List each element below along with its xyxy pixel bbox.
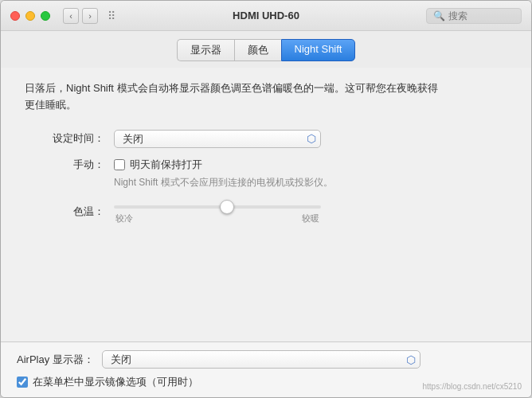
tab-color[interactable]: 颜色 xyxy=(234,39,281,61)
temp-label: 色温： xyxy=(41,205,104,219)
cool-label: 较冷 xyxy=(115,213,133,224)
manual-label: 手动： xyxy=(41,158,104,172)
temperature-row: 色温： 较冷 较暖 xyxy=(41,199,507,224)
window-title: HDMI UHD-60 xyxy=(233,10,299,21)
warm-label: 较暖 xyxy=(302,213,319,224)
manual-checkbox-label: 明天前保持打开 xyxy=(130,158,202,172)
airplay-row: AirPlay 显示器： 关闭 开启 ⬡ xyxy=(17,350,515,369)
slider-labels: 较冷 较暖 xyxy=(114,213,321,224)
minimize-button[interactable] xyxy=(25,11,35,21)
traffic-lights xyxy=(10,11,50,21)
slider-wrapper xyxy=(114,199,321,211)
schedule-label: 设定时间： xyxy=(41,131,104,146)
back-button[interactable]: ‹ xyxy=(63,8,79,24)
schedule-select[interactable]: 关闭 日落到日出 自定义 xyxy=(114,130,321,148)
forward-button[interactable]: › xyxy=(82,8,98,24)
maximize-button[interactable] xyxy=(41,11,50,21)
manual-row: 手动： 明天前保持打开 Night Shift 模式不会应用到连接的电视机或投影… xyxy=(41,158,507,189)
tabbar: 显示器 颜色 Night Shift xyxy=(1,31,531,68)
bottom-section: AirPlay 显示器： 关闭 开启 ⬡ 在菜单栏中显示镜像选项（可用时） ht… xyxy=(1,341,531,397)
tab-display[interactable]: 显示器 xyxy=(177,39,234,61)
tab-night-shift[interactable]: Night Shift xyxy=(281,39,356,61)
mirror-checkbox[interactable] xyxy=(17,377,28,388)
watermark: https://blog.csdn.net/cx5210 xyxy=(422,382,522,391)
airplay-select[interactable]: 关闭 开启 xyxy=(102,350,421,369)
nav-buttons: ‹ › xyxy=(63,8,98,24)
mirror-checkbox-label[interactable]: 在菜单栏中显示镜像选项（可用时） xyxy=(33,375,198,389)
manual-checkbox[interactable] xyxy=(114,159,125,170)
main-window: ‹ › ⠿ HDMI UHD-60 🔍 显示器 颜色 Night Shift 日… xyxy=(0,0,532,398)
form-section: 设定时间： 关闭 日落到日出 自定义 ⬡ 手动： xyxy=(41,130,507,224)
search-input[interactable] xyxy=(448,10,520,21)
temperature-slider[interactable] xyxy=(114,205,321,209)
schedule-select-wrapper: 关闭 日落到日出 自定义 ⬡ xyxy=(114,130,321,148)
description-text: 日落后，Night Shift 模式会自动将显示器颜色调至色谱偏暖色的一端。这可… xyxy=(25,80,439,114)
close-button[interactable] xyxy=(10,11,20,21)
titlebar: ‹ › ⠿ HDMI UHD-60 🔍 xyxy=(1,1,531,31)
main-content: 日落后，Night Shift 模式会自动将显示器颜色调至色谱偏暖色的一端。这可… xyxy=(1,68,531,341)
schedule-row: 设定时间： 关闭 日落到日出 自定义 ⬡ xyxy=(41,130,507,148)
manual-hint-text: Night Shift 模式不会应用到连接的电视机或投影仪。 xyxy=(114,175,333,189)
airplay-select-wrapper: 关闭 开启 ⬡ xyxy=(102,350,421,369)
grid-icon: ⠿ xyxy=(108,10,115,22)
airplay-label: AirPlay 显示器： xyxy=(17,353,94,367)
manual-section: 明天前保持打开 Night Shift 模式不会应用到连接的电视机或投影仪。 xyxy=(114,158,333,189)
slider-section: 较冷 较暖 xyxy=(114,199,321,224)
manual-checkbox-wrapper[interactable]: 明天前保持打开 xyxy=(114,158,202,172)
manual-checkbox-row: 明天前保持打开 xyxy=(114,158,333,172)
search-box[interactable]: 🔍 xyxy=(426,8,522,24)
search-icon: 🔍 xyxy=(433,10,445,21)
